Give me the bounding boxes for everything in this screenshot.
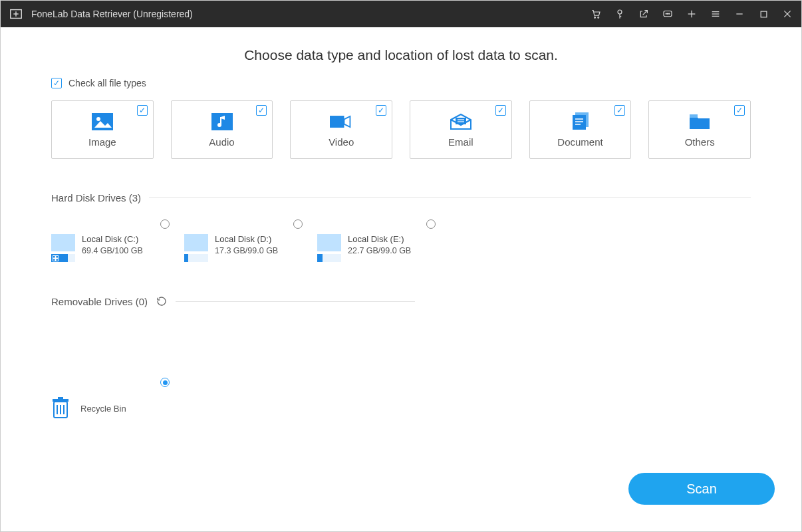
type-checkbox[interactable] xyxy=(137,105,148,116)
drive-radio[interactable] xyxy=(426,219,436,229)
svg-rect-25 xyxy=(330,116,344,128)
drive-radio[interactable] xyxy=(293,219,303,229)
type-label: Email xyxy=(448,136,473,148)
main-content: Choose data type and location of lost da… xyxy=(1,27,801,531)
svg-rect-18 xyxy=(761,11,767,17)
drive-size: 22.7 GB/99.0 GB xyxy=(348,246,411,255)
drive-c[interactable]: Local Disk (C:) 69.4 GB/100 GB xyxy=(51,234,171,262)
app-window: FoneLab Data Retriever (Unregistered) xyxy=(0,0,802,532)
titlebar: FoneLab Data Retriever (Unregistered) xyxy=(1,1,801,27)
type-card-document[interactable]: Document xyxy=(529,100,632,159)
recycle-row: Recycle Bin xyxy=(51,396,751,420)
video-icon xyxy=(330,112,352,131)
check-all-row[interactable]: Check all file types xyxy=(51,78,751,88)
svg-point-3 xyxy=(595,17,596,18)
svg-rect-34 xyxy=(690,114,698,118)
type-checkbox[interactable] xyxy=(256,105,267,116)
type-checkbox[interactable] xyxy=(495,105,506,116)
feedback-icon[interactable] xyxy=(662,8,674,20)
disk-icon xyxy=(184,234,208,262)
svg-point-22 xyxy=(96,117,100,121)
refresh-icon[interactable] xyxy=(156,295,168,307)
menu-icon[interactable] xyxy=(710,8,722,20)
app-logo-icon xyxy=(9,7,23,21)
app-title: FoneLab Data Retriever (Unregistered) xyxy=(31,9,193,19)
svg-point-10 xyxy=(667,13,668,14)
recycle-radio[interactable] xyxy=(160,378,170,387)
plus-icon[interactable] xyxy=(686,8,698,20)
trash-icon xyxy=(51,396,71,420)
type-label: Document xyxy=(557,136,602,148)
maximize-icon[interactable] xyxy=(757,8,769,20)
svg-rect-26 xyxy=(456,118,466,124)
svg-rect-21 xyxy=(92,113,113,130)
hard-disk-section-head: Hard Disk Drives (3) xyxy=(51,192,751,203)
type-label: Audio xyxy=(209,136,234,148)
drive-name: Local Disk (C:) xyxy=(82,234,143,244)
drive-e[interactable]: Local Disk (E:) 22.7 GB/99.0 GB xyxy=(317,234,437,262)
hard-disk-label: Hard Disk Drives (3) xyxy=(51,192,141,203)
image-icon xyxy=(91,112,114,131)
drive-name: Local Disk (D:) xyxy=(215,234,278,244)
svg-rect-40 xyxy=(53,399,68,402)
svg-point-11 xyxy=(669,13,670,14)
removable-label: Removable Drives (0) xyxy=(51,296,148,307)
type-label: Video xyxy=(329,136,354,148)
close-icon[interactable] xyxy=(781,8,793,20)
file-type-row: Image Audio xyxy=(51,100,751,159)
removable-section-head: Removable Drives (0) xyxy=(51,295,751,307)
svg-point-9 xyxy=(666,13,666,14)
svg-point-4 xyxy=(598,17,599,18)
svg-point-24 xyxy=(217,123,221,127)
type-label: Image xyxy=(88,136,116,148)
divider xyxy=(149,198,751,198)
drive-radio[interactable] xyxy=(160,219,170,229)
check-all-label: Check all file types xyxy=(68,78,146,88)
type-checkbox[interactable] xyxy=(614,105,625,116)
key-icon[interactable] xyxy=(614,8,626,20)
type-checkbox[interactable] xyxy=(376,105,386,116)
drives-row: Local Disk (C:) 69.4 GB/100 GB Local Dis… xyxy=(51,219,751,262)
recycle-label: Recycle Bin xyxy=(80,404,126,414)
type-card-video[interactable]: Video xyxy=(290,100,392,159)
scan-button[interactable]: Scan xyxy=(628,473,775,505)
audio-icon xyxy=(211,112,233,131)
type-card-email[interactable]: Email xyxy=(410,100,512,159)
svg-rect-23 xyxy=(211,113,233,130)
svg-rect-30 xyxy=(573,115,586,130)
type-card-audio[interactable]: Audio xyxy=(171,100,273,159)
page-heading: Choose data type and location of lost da… xyxy=(51,47,751,63)
drive-d[interactable]: Local Disk (D:) 17.3 GB/99.0 GB xyxy=(184,234,304,262)
folder-icon xyxy=(688,112,711,131)
svg-point-5 xyxy=(618,10,622,14)
minimize-icon[interactable] xyxy=(734,8,745,20)
type-label: Others xyxy=(685,136,715,148)
type-card-image[interactable]: Image xyxy=(51,100,154,159)
document-icon xyxy=(569,112,592,131)
drive-name: Local Disk (E:) xyxy=(348,234,411,244)
divider xyxy=(176,301,415,302)
type-card-others[interactable]: Others xyxy=(648,100,751,159)
drive-size: 69.4 GB/100 GB xyxy=(82,246,143,255)
check-all-checkbox[interactable] xyxy=(51,78,62,88)
disk-icon xyxy=(317,234,341,262)
titlebar-actions xyxy=(590,8,793,20)
recycle-bin-item[interactable]: Recycle Bin xyxy=(51,396,171,420)
svg-rect-41 xyxy=(58,397,63,399)
email-icon xyxy=(450,112,472,131)
cart-icon[interactable] xyxy=(590,8,602,20)
type-checkbox[interactable] xyxy=(734,105,745,116)
drive-size: 17.3 GB/99.0 GB xyxy=(215,246,278,255)
disk-icon xyxy=(51,234,75,262)
share-icon[interactable] xyxy=(638,8,650,20)
